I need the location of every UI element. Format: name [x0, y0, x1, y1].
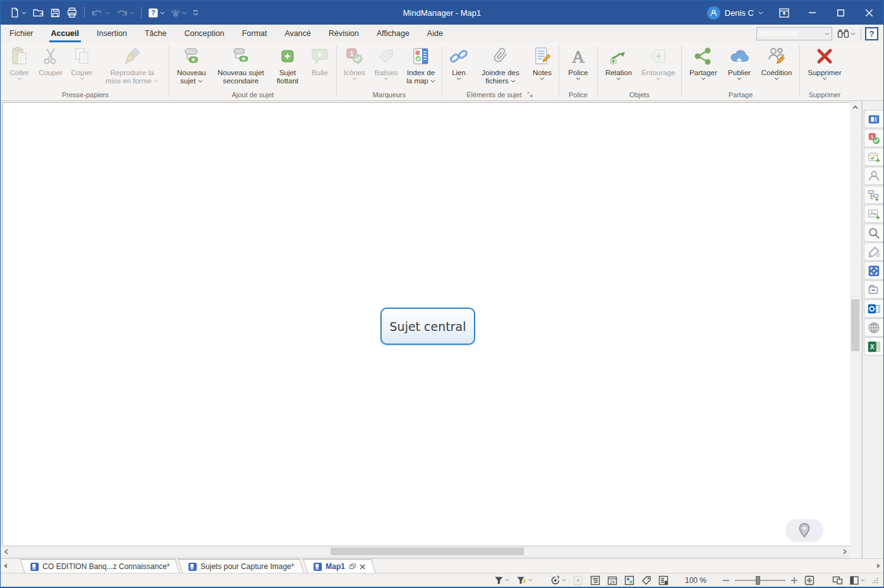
tag-view-button[interactable]	[640, 575, 653, 586]
help-menu-button[interactable]: ?	[145, 4, 167, 21]
zoom-slider-thumb[interactable]	[756, 576, 760, 585]
map-position-button[interactable]	[785, 519, 823, 542]
coediting-button[interactable]: Coédition	[756, 42, 797, 80]
print-button[interactable]	[64, 4, 80, 21]
paste-button[interactable]: Coller	[4, 42, 35, 80]
zoom-slider[interactable]	[735, 580, 785, 581]
map-canvas[interactable]: Sujet central	[3, 102, 850, 546]
quick-filter-button[interactable]	[549, 575, 567, 586]
zoom-in-button[interactable]	[790, 577, 799, 584]
delete-button[interactable]: Supprimer	[802, 42, 847, 80]
panel-tab-snapshot[interactable]	[864, 261, 883, 280]
touch-mode-button[interactable]	[168, 4, 190, 21]
zoom-out-button[interactable]	[722, 579, 730, 582]
scroll-right-button[interactable]	[839, 546, 850, 556]
panel-tab-excel[interactable]: X	[864, 337, 883, 356]
outline-view-button[interactable]	[589, 575, 602, 586]
panel-tab-library[interactable]	[864, 110, 883, 128]
scroll-up-button[interactable]	[850, 102, 861, 112]
group-label: Ajout de sujet	[232, 91, 274, 99]
presentation-mode-button[interactable]	[831, 575, 844, 585]
notes-button[interactable]: Notes	[528, 42, 557, 80]
tab-format[interactable]: Format	[233, 25, 276, 42]
open-folder-icon	[32, 7, 44, 18]
open-button[interactable]	[30, 4, 47, 21]
tab-affichage[interactable]: Affichage	[368, 25, 418, 42]
resize-grip[interactable]	[871, 577, 880, 584]
tab-aide[interactable]: Aide	[418, 25, 452, 42]
font-button[interactable]: A Police	[561, 42, 595, 80]
copy-button[interactable]: Copier	[66, 42, 97, 80]
panel-tab-files[interactable]	[864, 280, 883, 299]
tab-conception[interactable]: Conception	[176, 25, 233, 42]
boundary-button[interactable]: Entourage	[638, 42, 679, 80]
save-button[interactable]	[47, 4, 63, 21]
tab-scroll-left-button[interactable]	[1, 559, 11, 573]
cut-button[interactable]: Couper	[35, 42, 66, 77]
filter-button[interactable]	[493, 575, 511, 585]
undo-button[interactable]	[88, 4, 112, 21]
central-topic[interactable]: Sujet central	[380, 308, 475, 345]
publish-button[interactable]: Publier	[723, 42, 756, 80]
scroll-left-button[interactable]	[1, 546, 11, 556]
view-mode-button[interactable]	[849, 575, 866, 585]
tab-insertion[interactable]: Insertion	[88, 25, 136, 42]
floating-topic-button[interactable]: Sujet flottant	[270, 42, 305, 85]
user-account-button[interactable]: Denis C	[701, 1, 770, 25]
new-topic-button[interactable]: Nouveau sujet	[171, 42, 212, 85]
relationship-button[interactable]: Relation	[600, 42, 638, 80]
callout-button[interactable]: Bulle	[305, 42, 334, 77]
dialog-launcher-button[interactable]	[526, 90, 535, 99]
selection-button[interactable]	[572, 575, 584, 586]
panel-tab-web[interactable]	[864, 318, 883, 337]
document-tab-active[interactable]: Map1	[303, 559, 375, 573]
customize-qat-button[interactable]	[190, 4, 201, 21]
format-painter-button[interactable]: Reproduire la mise en forme	[97, 42, 167, 85]
detach-tab-icon[interactable]	[348, 563, 355, 570]
search-box[interactable]	[756, 27, 832, 40]
search-dropdown-arrow[interactable]	[823, 32, 832, 35]
new-document-button[interactable]	[7, 4, 29, 21]
tab-scroll-right-button[interactable]	[873, 559, 883, 573]
panel-tab-task-info[interactable]	[864, 148, 883, 166]
icon-view-button[interactable]	[623, 575, 636, 586]
icons-button[interactable]: 1 Icônes	[339, 42, 370, 80]
link-button[interactable]: Lien	[444, 42, 473, 80]
ribbon-display-options-button[interactable]	[770, 1, 798, 25]
map-index-button[interactable]: Index de la map	[402, 42, 440, 85]
attach-files-button[interactable]: Joindre des fichiers	[473, 42, 528, 85]
panel-tab-design[interactable]	[864, 243, 883, 261]
close-tab-icon[interactable]	[359, 563, 365, 569]
new-subtopic-button[interactable]: Nouveau sujet secondaire	[212, 42, 270, 85]
horizontal-scrollbar[interactable]	[1, 546, 850, 556]
index-view-button[interactable]	[657, 575, 670, 586]
tab-accueil[interactable]: Accueil	[42, 25, 88, 42]
close-button[interactable]	[855, 1, 883, 25]
power-filter-button[interactable]	[515, 575, 534, 585]
tags-button[interactable]: Balises	[370, 42, 402, 80]
vertical-scroll-thumb[interactable]	[851, 299, 859, 351]
search-input[interactable]	[757, 29, 823, 38]
minimize-button[interactable]	[798, 1, 826, 25]
panel-tab-images[interactable]	[864, 205, 883, 223]
redo-button[interactable]	[113, 4, 137, 21]
panel-tab-markers[interactable]: 1	[864, 129, 883, 147]
help-button[interactable]: ?	[865, 27, 878, 40]
tab-avance[interactable]: Avancé	[276, 25, 320, 42]
maximize-button[interactable]	[826, 1, 855, 25]
panel-tab-search[interactable]	[864, 224, 883, 242]
share-button[interactable]: Partager	[684, 42, 723, 80]
tab-fichier[interactable]: Fichier	[1, 25, 42, 42]
schedule-view-button[interactable]: 24	[606, 575, 619, 586]
find-button[interactable]	[836, 28, 857, 39]
vertical-scrollbar[interactable]	[850, 102, 861, 588]
fit-map-button[interactable]	[803, 575, 816, 586]
tab-revision[interactable]: Révision	[320, 25, 368, 42]
panel-tab-resources[interactable]	[864, 167, 883, 185]
panel-tab-outlook[interactable]	[864, 299, 883, 318]
tab-tache[interactable]: Tâche	[136, 25, 176, 42]
panel-tab-map-parts[interactable]	[864, 186, 883, 204]
horizontal-scroll-thumb[interactable]	[330, 548, 524, 555]
document-tab[interactable]: Sujets pour Capture Image*	[178, 559, 305, 573]
document-tab[interactable]: CO EDITION Banq...z Connaissance*	[20, 559, 180, 573]
